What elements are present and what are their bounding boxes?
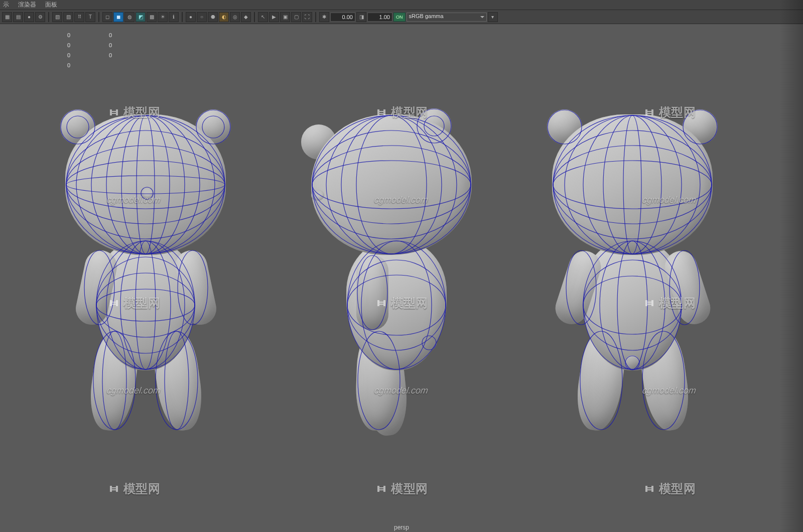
bear-nose xyxy=(311,190,324,201)
camera-label: persp xyxy=(0,524,803,532)
bear-head xyxy=(311,114,472,255)
color-mgmt-toggle[interactable]: ON xyxy=(393,13,406,22)
viewport-panel[interactable]: 0 0 0 0 0 0 0 xyxy=(0,24,803,532)
bolt-icon[interactable]: ⬣ xyxy=(208,12,218,22)
arrow-icon[interactable]: ↖ xyxy=(258,12,268,22)
checker-icon[interactable]: ▩ xyxy=(147,12,157,22)
brush-icon[interactable]: ℹ xyxy=(169,12,179,22)
bear-model-back[interactable] xyxy=(527,114,743,456)
dot-icon[interactable]: ● xyxy=(24,12,34,22)
blur-icon[interactable]: ◎ xyxy=(230,12,240,22)
gear-icon[interactable]: ⚙ xyxy=(35,12,45,22)
grid2-icon[interactable]: ▤ xyxy=(13,12,23,22)
cube-shaded-icon[interactable]: ◼ xyxy=(113,12,123,22)
bear-model-side[interactable] xyxy=(281,114,497,456)
chevron-down-icon[interactable]: ▾ xyxy=(488,12,498,22)
type-icon[interactable]: T xyxy=(85,12,95,22)
quad2-icon[interactable]: ▨ xyxy=(63,12,73,22)
grid-icon[interactable]: ▦ xyxy=(2,12,12,22)
toolbar-separator xyxy=(98,12,99,22)
aa-icon[interactable]: ◆ xyxy=(241,12,251,22)
bear-arm xyxy=(356,255,388,330)
menu-panels[interactable]: 面板 xyxy=(45,1,57,9)
right-panel-shadow xyxy=(780,0,803,532)
bear-model-front[interactable] xyxy=(40,114,256,456)
sun-icon[interactable]: ☀ xyxy=(158,12,168,22)
toolbar-separator xyxy=(182,12,183,22)
cube-wire-icon[interactable]: ◩ xyxy=(136,12,146,22)
exposure-reset-icon[interactable]: ✱ xyxy=(319,12,329,22)
toolbar-separator xyxy=(48,12,49,22)
light-icon[interactable]: ◍ xyxy=(124,12,135,22)
bear-head xyxy=(552,114,713,255)
expand-icon[interactable]: ⛶ xyxy=(302,12,312,22)
menu-renderer[interactable]: 渲染器 xyxy=(18,1,36,9)
circle-icon[interactable]: ○ xyxy=(197,12,207,22)
scene-geometry xyxy=(0,24,803,532)
cube-outline-icon[interactable]: ◻ xyxy=(102,12,112,22)
toolbar-separator xyxy=(254,12,255,22)
bear-nose xyxy=(141,188,154,199)
quad-icon[interactable]: ▧ xyxy=(52,12,62,22)
ao-icon[interactable]: ◐ xyxy=(219,12,229,22)
menu-display[interactable]: 示 xyxy=(3,1,9,9)
viewport-toolbar: ▦ ▤ ● ⚙ ▧ ▨ ⠿ T ◻ ◼ ◍ ◩ ▩ ☀ ℹ ● ○ ⬣ ◐ ◎ … xyxy=(0,10,803,24)
sphere-icon[interactable]: ● xyxy=(186,12,196,22)
dots-icon[interactable]: ⠿ xyxy=(74,12,84,22)
view-transform-select[interactable]: sRGB gamma xyxy=(407,13,487,22)
iso1-icon[interactable]: ▣ xyxy=(280,12,290,22)
bear-tail xyxy=(625,355,640,370)
gamma-reset-icon[interactable]: ◨ xyxy=(356,12,366,22)
tag-icon[interactable]: ▶ xyxy=(269,12,279,22)
gamma-field[interactable] xyxy=(367,13,392,22)
bear-head xyxy=(65,114,226,255)
exposure-field[interactable] xyxy=(330,13,355,22)
toolbar-separator xyxy=(315,12,316,22)
iso2-icon[interactable]: ▢ xyxy=(291,12,301,22)
viewport-menubar: 示 渲染器 面板 xyxy=(0,0,803,10)
